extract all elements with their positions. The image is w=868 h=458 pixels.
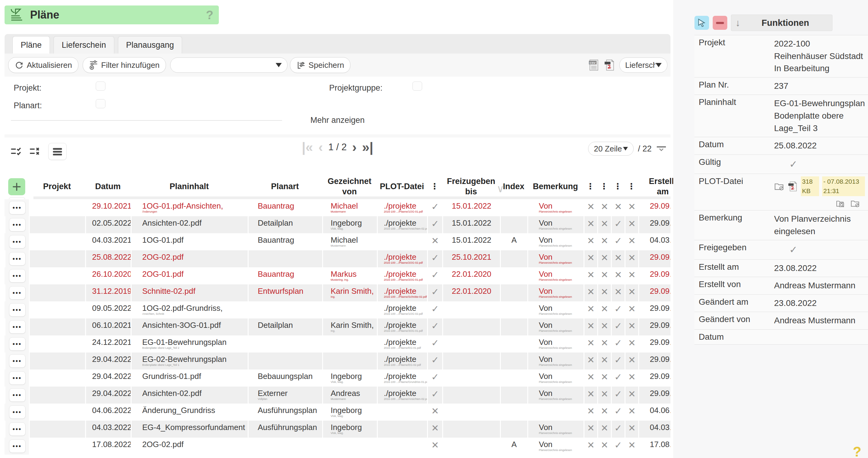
row-menu-button[interactable]: ••• — [9, 201, 26, 214]
col-planart[interactable]: Planart — [248, 174, 322, 199]
cell-flag-1[interactable]: ✕ — [584, 404, 597, 421]
cell-plot-datei[interactable]: ./projekte2016-100 .../Plaene/Ansichten-… — [377, 216, 427, 233]
cell-flag-2[interactable]: ✕ — [597, 336, 611, 352]
table-row[interactable]: ••• 29.04.2022 Ansichten-02.pdf Externer… — [5, 387, 671, 404]
row-menu-button[interactable]: ••• — [9, 354, 26, 368]
col-bemerkung[interactable]: Bemerkung — [527, 174, 584, 199]
table-row[interactable]: ••• 17.08.2022 2OG-02.pdf ✕ A VonPlanver… — [5, 438, 671, 455]
cell-flag-1[interactable]: ✕ — [584, 284, 597, 302]
cell-flag-4[interactable]: ✕ — [625, 387, 638, 404]
cell-plot-datei[interactable]: ./projekte2016-100 .../Plaene/2OG-01.pdf — [377, 267, 427, 284]
col-gezeichnet-von[interactable]: Gezeichnet von — [322, 174, 377, 199]
pdf-file-icon[interactable] — [787, 181, 798, 192]
col-erstellt-am[interactable]: Erstellt am — [638, 174, 671, 199]
next-page-icon[interactable]: › — [352, 141, 357, 154]
cell-flag-1[interactable]: ✕ — [584, 438, 597, 455]
cell-plot-datei[interactable]: ./projekte2016-100 .../Plaene/1OG-01.pdf — [377, 199, 427, 216]
col-dots-5[interactable]: ⋮ — [625, 174, 638, 199]
cell-flag-4[interactable]: ✕ — [625, 267, 638, 284]
cell-plot-datei[interactable]: ./projekte2016-100 .../Plaene/Schnitte-0… — [377, 284, 427, 302]
col-datum[interactable]: Datum — [85, 174, 131, 199]
functions-bar[interactable]: ↓ Funktionen — [731, 15, 832, 31]
folder-unlink-icon[interactable] — [774, 182, 784, 191]
cell-plot-datei[interactable]: ./projekte2016-100 .../Plaene/3OG-01.pdf — [377, 318, 427, 336]
cell-flag-1[interactable]: ✕ — [584, 267, 597, 284]
row-menu-button[interactable]: ••• — [9, 252, 26, 265]
cell-flag-4[interactable]: ✕ — [625, 216, 638, 233]
col-projekt[interactable]: Projekt — [29, 174, 85, 199]
table-row[interactable]: ••• 29.04.2022 Grundriss-01.pdf Bebauung… — [5, 370, 671, 387]
row-menu-button[interactable]: ••• — [9, 286, 26, 299]
cell-plot-datei[interactable]: ./projekte2016-100 .../Plaene/EG-01.pdf — [377, 336, 427, 352]
cell-plot-datei[interactable]: ./projekte2016-100 .../Plaene/Grundriss-… — [377, 370, 427, 387]
corner-help-icon[interactable]: ? — [853, 443, 861, 458]
cell-plot-datei[interactable] — [377, 404, 427, 421]
cell-flag-4[interactable]: ✕ — [625, 421, 638, 438]
table-row[interactable]: ••• 29.10.2021 1OG-01.pdf-Ansichten,Ände… — [5, 199, 671, 216]
cell-flag-1[interactable]: ✕ — [584, 352, 597, 370]
cell-flag-4[interactable]: ✕ — [625, 336, 638, 352]
cell-flag-1[interactable]: ✕ — [584, 421, 597, 438]
add-row-button[interactable]: + — [8, 178, 25, 195]
cell-flag-3[interactable]: ✕ — [611, 284, 625, 302]
copy-file-icon[interactable] — [836, 199, 845, 208]
row-menu-button[interactable]: ••• — [9, 405, 26, 419]
row-menu-button[interactable]: ••• — [9, 303, 26, 317]
cell-flag-3[interactable]: ✓ — [611, 421, 625, 438]
export-target-select[interactable]: Liefersch — [619, 57, 668, 73]
cell-flag-1[interactable]: ✕ — [584, 233, 597, 250]
export-csv-icon[interactable]: CSV — [588, 59, 599, 71]
cell-flag-1[interactable]: ✕ — [584, 216, 597, 233]
col-freizugeben-bis[interactable]: Freizugeben bis∨ — [442, 174, 500, 199]
cell-flag-3[interactable]: ✓ — [611, 302, 625, 318]
cell-flag-3[interactable]: ✓ — [611, 318, 625, 336]
cell-flag-2[interactable]: ✕ — [597, 370, 611, 387]
cell-flag-3[interactable]: ✕ — [611, 250, 625, 267]
rows-per-page-select[interactable]: 20 Zeile — [588, 142, 634, 156]
cell-flag-4[interactable]: ✕ — [625, 284, 638, 302]
cell-flag-3[interactable]: ✓ — [611, 438, 625, 455]
table-row[interactable]: ••• 09.05.2022 1OG-02.pdf-Grundriss,Ansi… — [5, 302, 671, 318]
cell-flag-2[interactable]: ✕ — [597, 267, 611, 284]
cell-flag-4[interactable]: ✕ — [625, 199, 638, 216]
select-mode-button[interactable] — [694, 16, 709, 30]
row-menu-button[interactable]: ••• — [9, 235, 26, 249]
add-filter-button[interactable]: Filter hinzufügen — [83, 57, 166, 73]
table-row[interactable]: ••• 31.12.2019 Schnitte-02.pdf Entwurfsp… — [5, 284, 671, 302]
cell-flag-2[interactable]: ✕ — [597, 318, 611, 336]
cell-flag-3[interactable]: ✓ — [611, 404, 625, 421]
col-dots-3[interactable]: ⋮ — [597, 174, 611, 199]
cell-plot-datei[interactable]: ./projekte2016-100 .../Plaene/1OG-02.pdf — [377, 302, 427, 318]
tab-lieferschein[interactable]: Lieferschein — [54, 36, 114, 54]
cell-flag-1[interactable]: ✕ — [584, 250, 597, 267]
cell-flag-4[interactable]: ✕ — [625, 352, 638, 370]
col-planinhalt[interactable]: Planinhalt — [131, 174, 248, 199]
cell-flag-3[interactable]: ✕ — [611, 267, 625, 284]
cell-flag-4[interactable]: ✕ — [625, 233, 638, 250]
cell-flag-4[interactable]: ✕ — [625, 370, 638, 387]
cell-flag-1[interactable]: ✕ — [584, 318, 597, 336]
row-menu-button[interactable]: ••• — [9, 320, 26, 334]
cell-flag-2[interactable]: ✕ — [597, 250, 611, 267]
filter-projekt-checkbox[interactable] — [96, 82, 105, 91]
export-pdf-icon[interactable] — [603, 59, 615, 71]
col-dots-1[interactable]: ⋮ — [427, 174, 442, 199]
help-icon[interactable]: ? — [206, 8, 213, 22]
tab-planausgang[interactable]: Planausgang — [118, 36, 182, 54]
cell-plot-datei[interactable] — [377, 233, 427, 250]
table-row[interactable]: ••• 29.04.2022 EG-02-BewehrungsplanBoden… — [5, 352, 671, 370]
collapse-icon[interactable] — [656, 145, 667, 152]
cell-flag-4[interactable]: ✕ — [625, 302, 638, 318]
cell-flag-3[interactable]: ✓ — [611, 370, 625, 387]
cell-flag-1[interactable]: ✕ — [584, 199, 597, 216]
cell-flag-3[interactable]: ✓ — [611, 352, 625, 370]
show-more-link[interactable]: Mehr anzeigen — [310, 116, 365, 125]
row-menu-button[interactable]: ••• — [9, 269, 26, 283]
row-menu-button[interactable]: ••• — [9, 439, 26, 453]
cell-flag-3[interactable]: ✕ — [611, 199, 625, 216]
cell-flag-1[interactable]: ✕ — [584, 302, 597, 318]
last-page-icon[interactable]: »| — [362, 141, 373, 154]
filter-preset-select[interactable] — [170, 57, 287, 73]
cell-flag-3[interactable]: ✓ — [611, 216, 625, 233]
first-page-icon[interactable]: |« — [302, 141, 313, 154]
